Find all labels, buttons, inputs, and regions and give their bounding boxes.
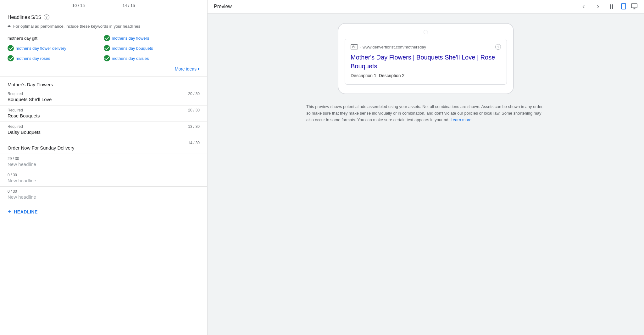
- empty-placeholder-2: New headline: [8, 194, 200, 200]
- standalone-char-count: 14 / 30: [188, 141, 200, 145]
- ad-card: Ad · www.denverflorist.com/mothersday ℹ …: [345, 39, 507, 85]
- empty-placeholder-0: New headline: [8, 162, 200, 167]
- char-count-1: 20 / 30: [188, 108, 200, 112]
- keyword-flower-delivery[interactable]: mother's day flower delivery: [8, 44, 104, 53]
- required-badge-2: Required: [8, 124, 23, 129]
- ad-url: www.denverflorist.com/mothersday: [363, 45, 426, 49]
- preview-title: Preview: [214, 4, 232, 9]
- counter-row: 10 / 15 14 / 15: [0, 0, 207, 10]
- standalone-headline[interactable]: 14 / 30 Order Now For Sunday Delivery: [0, 138, 207, 154]
- headline-item-1[interactable]: Required 20 / 30 Rose Bouquets: [0, 105, 207, 122]
- headline-section-title: Mother's Day Flowers: [0, 77, 207, 89]
- device-icons: [620, 3, 638, 11]
- ad-separator: ·: [360, 45, 361, 49]
- svg-rect-2: [631, 3, 637, 8]
- empty-char-0: 29 / 30: [8, 156, 19, 161]
- check-bouquets-icon: [104, 45, 110, 51]
- check-delivery-icon: [8, 45, 14, 51]
- required-badge-1: Required: [8, 108, 23, 112]
- pause-button[interactable]: [608, 3, 615, 10]
- empty-headline-1[interactable]: 0 / 30 New headline: [0, 170, 207, 187]
- keyword-flowers-text: mother's day flowers: [112, 36, 149, 41]
- add-headline-label: HEADLINE: [14, 209, 38, 214]
- learn-more-link[interactable]: Learn more: [451, 117, 471, 122]
- more-ideas-container: More ideas: [0, 65, 207, 77]
- empty-char-1: 0 / 30: [8, 173, 17, 177]
- left-panel: 10 / 15 14 / 15 Headlines 5/15 ? For opt…: [0, 0, 208, 335]
- desktop-icon[interactable]: [631, 3, 638, 11]
- keyword-delivery-text: mother's day flower delivery: [16, 46, 66, 51]
- keywords-hint: For optimal ad performance, include thes…: [0, 23, 207, 32]
- preview-header: Preview: [208, 0, 644, 14]
- counter-1: 10 / 15: [72, 3, 85, 8]
- pause-bar-left: [610, 4, 611, 9]
- disclaimer: This preview shows potential ads assembl…: [306, 104, 545, 123]
- chevron-up-icon[interactable]: [8, 25, 11, 27]
- pause-bar-right: [612, 4, 613, 9]
- keyword-gift-text: mother's day gift: [8, 36, 37, 41]
- check-daisies-icon: [104, 55, 110, 61]
- keyword-daisies[interactable]: mother's day daisies: [104, 54, 200, 63]
- prev-button[interactable]: [579, 3, 588, 11]
- next-button[interactable]: [593, 3, 603, 11]
- ad-label-row: Ad · www.denverflorist.com/mothersday ℹ: [351, 44, 501, 50]
- ad-headline: Mother's Day Flowers | Bouquets She'll L…: [351, 53, 501, 71]
- keyword-roses[interactable]: mother's day roses: [8, 54, 104, 63]
- counter-2: 14 / 15: [123, 3, 135, 8]
- headline-text-1: Rose Bouquets: [8, 113, 200, 118]
- ad-info-icon[interactable]: ℹ: [495, 44, 501, 50]
- ad-badge: Ad: [351, 44, 358, 49]
- empty-headline-2[interactable]: 0 / 30 New headline: [0, 187, 207, 203]
- chevron-right-icon: [198, 67, 200, 71]
- keyword-flowers[interactable]: mother's day flowers: [104, 34, 200, 43]
- empty-headline-0[interactable]: 29 / 30 New headline: [0, 154, 207, 170]
- phone-camera: [345, 30, 507, 34]
- mobile-icon[interactable]: [620, 3, 627, 11]
- ad-label-left: Ad · www.denverflorist.com/mothersday: [351, 44, 426, 49]
- camera-dot: [424, 30, 428, 34]
- headline-item-0[interactable]: Required 20 / 30 Bouquets She'll Love: [0, 89, 207, 105]
- check-flowers-icon: [104, 35, 110, 41]
- headline-item-2[interactable]: Required 13 / 30 Daisy Bouquets: [0, 122, 207, 138]
- keyword-gift[interactable]: mother's day gift: [8, 34, 104, 43]
- phone-mockup: Ad · www.denverflorist.com/mothersday ℹ …: [338, 23, 514, 94]
- keywords-grid: mother's day gift mother's day flowers m…: [0, 32, 207, 65]
- headline-text-2: Daisy Bouquets: [8, 129, 200, 135]
- right-panel: Preview: [208, 0, 644, 335]
- hint-text: For optimal ad performance, include thes…: [13, 24, 140, 29]
- standalone-headline-text: Order Now For Sunday Delivery: [8, 145, 200, 150]
- required-badge-0: Required: [8, 92, 23, 96]
- char-count-2: 13 / 30: [188, 124, 200, 129]
- add-headline-button[interactable]: + HEADLINE: [0, 203, 207, 220]
- ad-description: Description 1. Description 2.: [351, 73, 501, 78]
- preview-content: Ad · www.denverflorist.com/mothersday ℹ …: [208, 14, 644, 133]
- keyword-bouquets-text: mother's day bouquets: [112, 46, 153, 51]
- headline-text-0: Bouquets She'll Love: [8, 97, 200, 102]
- check-roses-icon: [8, 55, 14, 61]
- section-header: Headlines 5/15 ?: [0, 10, 207, 23]
- svg-rect-0: [622, 3, 626, 9]
- help-icon[interactable]: ?: [44, 14, 49, 20]
- char-count-0: 20 / 30: [188, 92, 200, 96]
- empty-char-2: 0 / 30: [8, 189, 17, 194]
- more-ideas-link[interactable]: More ideas: [175, 66, 200, 71]
- preview-controls: [579, 3, 638, 11]
- more-ideas-label: More ideas: [175, 66, 197, 71]
- empty-placeholder-1: New headline: [8, 178, 200, 183]
- headlines-title: Headlines 5/15: [8, 14, 41, 20]
- keyword-roses-text: mother's day roses: [16, 56, 50, 61]
- plus-icon: +: [8, 208, 11, 215]
- keyword-daisies-text: mother's day daisies: [112, 56, 149, 61]
- disclaimer-text: This preview shows potential ads assembl…: [306, 104, 543, 122]
- keyword-bouquets[interactable]: mother's day bouquets: [104, 44, 200, 53]
